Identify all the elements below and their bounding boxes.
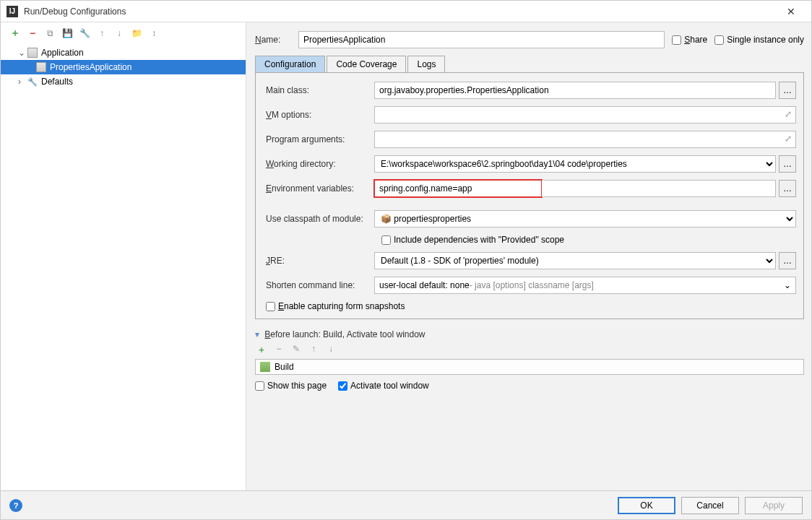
working-directory-label: Working directory: (266, 159, 374, 169)
application-icon (27, 47, 38, 58)
show-this-page-checkbox-input[interactable] (255, 381, 264, 391)
shorten-cmd-label: Shorten command line: (266, 280, 374, 290)
tab-page-configuration: Main class: … VM options: ⤢ Program argu… (255, 73, 804, 319)
share-checkbox[interactable]: Share (672, 35, 707, 45)
shorten-cmd-select[interactable]: user-local default: none - java [options… (374, 277, 796, 294)
tree-node-application[interactable]: ⌄ Application (1, 46, 246, 60)
share-checkbox-input[interactable] (672, 35, 681, 45)
dialog-window: IJ Run/Debug Configurations ✕ ＋ − ⧉ 💾 🔧 … (0, 0, 812, 520)
move-down-icon[interactable]: ↓ (113, 27, 125, 39)
sidebar: ＋ − ⧉ 💾 🔧 ↑ ↓ 📁 ↕ ⌄ Application Properti (1, 22, 246, 490)
show-this-page-checkbox[interactable]: Show this page (255, 381, 327, 391)
footer: ? OK Cancel Apply (1, 490, 811, 519)
window-title: Run/Debug Configurations (24, 6, 777, 17)
tree-node-properties-application[interactable]: PropertiesApplication (1, 60, 246, 74)
tabs: Configuration Code Coverage Logs (255, 56, 804, 73)
include-provided-checkbox-input[interactable] (381, 235, 391, 245)
sidebar-toolbar: ＋ − ⧉ 💾 🔧 ↑ ↓ 📁 ↕ (1, 22, 246, 44)
save-config-icon[interactable]: 💾 (61, 27, 73, 39)
working-directory-select[interactable]: E:\workspace\workspace6\2.springboot\day… (374, 155, 776, 173)
sort-icon[interactable]: ↕ (148, 27, 160, 39)
triangle-down-icon: ▾ (255, 329, 259, 339)
settings-icon[interactable]: 🔧 (79, 27, 90, 39)
ok-button[interactable]: OK (618, 497, 675, 514)
activate-tool-window-label: Activate tool window (350, 381, 429, 391)
single-instance-label: Single instance only (727, 35, 804, 45)
include-provided-checkbox[interactable]: Include dependencies with "Provided" sco… (381, 235, 564, 245)
config-tree: ⌄ Application PropertiesApplication › De… (1, 44, 246, 490)
cancel-button[interactable]: Cancel (681, 497, 739, 514)
classpath-module-label: Use classpath of module: (266, 214, 374, 224)
remove-task-icon[interactable]: − (274, 344, 284, 356)
show-this-page-label: Show this page (267, 381, 327, 391)
enable-capture-checkbox-input[interactable] (266, 302, 275, 311)
build-icon (260, 362, 270, 372)
chevron-right-icon: › (18, 77, 27, 87)
environment-variables-label: Environment variables: (266, 183, 374, 194)
browse-env-button[interactable]: … (779, 180, 796, 197)
apply-button[interactable]: Apply (745, 497, 803, 514)
activate-tool-window-checkbox[interactable]: Activate tool window (338, 381, 429, 391)
activate-tool-window-checkbox-input[interactable] (338, 381, 347, 391)
before-launch-build-row[interactable]: Build (255, 359, 804, 375)
name-input[interactable] (298, 31, 665, 48)
remove-config-icon[interactable]: − (27, 27, 38, 39)
classpath-module-select[interactable]: 📦 propertiesproperties (374, 210, 796, 228)
add-config-icon[interactable]: ＋ (9, 27, 21, 39)
app-icon: IJ (7, 6, 18, 17)
dialog-body: ＋ − ⧉ 💾 🔧 ↑ ↓ 📁 ↕ ⌄ Application Properti (1, 22, 811, 490)
move-up-icon[interactable]: ↑ (308, 344, 319, 356)
tab-logs[interactable]: Logs (407, 56, 445, 72)
main-class-input[interactable] (374, 82, 776, 99)
help-icon[interactable]: ? (9, 499, 22, 512)
tree-node-defaults[interactable]: › Defaults (1, 74, 246, 89)
tree-label: Defaults (41, 77, 73, 87)
add-task-icon[interactable]: ＋ (256, 344, 267, 356)
jre-select[interactable]: Default (1.8 - SDK of 'properties' modul… (374, 252, 776, 269)
close-icon[interactable]: ✕ (777, 6, 805, 17)
wrench-icon (27, 76, 38, 87)
move-down-icon[interactable]: ↓ (326, 344, 336, 356)
chevron-down-icon: ⌄ (18, 48, 27, 58)
copy-config-icon[interactable]: ⧉ (44, 27, 56, 39)
tree-label: PropertiesApplication (50, 62, 131, 72)
browse-main-class-button[interactable]: … (779, 82, 796, 99)
enable-capture-label: Enable capturing form snapshots (278, 301, 405, 311)
tab-configuration[interactable]: Configuration (255, 56, 325, 72)
folder-icon[interactable]: 📁 (131, 27, 142, 39)
titlebar: IJ Run/Debug Configurations ✕ (1, 1, 811, 22)
chevron-down-icon: ⌄ (784, 280, 791, 290)
share-label: Share (684, 35, 707, 45)
single-instance-checkbox-input[interactable] (714, 35, 724, 45)
browse-jre-button[interactable]: … (779, 252, 796, 269)
program-arguments-label: Program arguments: (266, 134, 374, 144)
tree-label: Application (41, 48, 84, 58)
build-label: Build (275, 362, 294, 372)
name-label: Name: (255, 35, 298, 45)
edit-task-icon[interactable]: ✎ (291, 344, 301, 356)
move-up-icon[interactable]: ↑ (96, 27, 108, 39)
name-row: Name: Share Single instance only (255, 31, 804, 48)
environment-variables-input[interactable] (374, 180, 542, 197)
include-provided-label: Include dependencies with "Provided" sco… (394, 235, 564, 245)
application-icon (35, 61, 47, 73)
environment-variables-extra-input[interactable] (542, 180, 776, 197)
jre-label: JRE: (266, 256, 374, 266)
tab-code-coverage[interactable]: Code Coverage (327, 56, 406, 72)
vm-options-input[interactable] (374, 106, 796, 124)
main-class-label: Main class: (266, 85, 374, 95)
enable-capture-checkbox[interactable]: Enable capturing form snapshots (266, 301, 405, 311)
program-arguments-input[interactable] (374, 131, 796, 148)
browse-working-directory-button[interactable]: … (779, 155, 796, 173)
before-launch-header[interactable]: ▾ Before launch: Build, Activate tool wi… (255, 329, 804, 339)
single-instance-checkbox[interactable]: Single instance only (714, 35, 804, 45)
before-launch-toolbar: ＋ − ✎ ↑ ↓ (255, 344, 804, 359)
vm-options-label: VM options: (266, 110, 374, 120)
main-panel: Name: Share Single instance only Configu… (246, 22, 811, 490)
